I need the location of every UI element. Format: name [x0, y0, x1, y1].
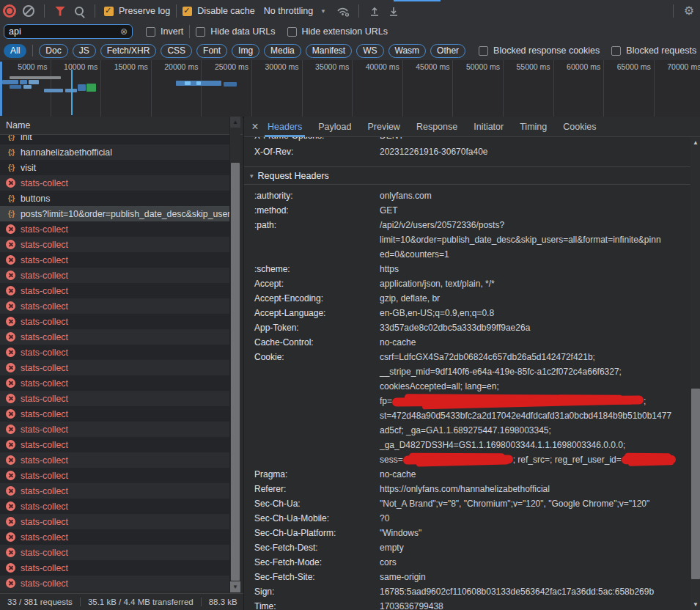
- request-name: init: [21, 135, 32, 142]
- header-value-line: ?0: [380, 511, 682, 526]
- record-button[interactable]: [0, 1, 19, 21]
- request-row[interactable]: stats-collect: [0, 221, 229, 237]
- filter-pill-wasm[interactable]: Wasm: [388, 44, 427, 58]
- preserve-log-checkbox[interactable]: Preserve log: [104, 6, 170, 16]
- request-row[interactable]: stats-collect: [0, 391, 229, 406]
- request-row[interactable]: {:}buttons: [0, 191, 229, 206]
- settings-button[interactable]: ⚙: [679, 1, 699, 21]
- request-row[interactable]: stats-collect: [0, 298, 229, 314]
- blocked-requests-checkbox[interactable]: Blocked requests: [611, 45, 696, 56]
- clear-filter-icon[interactable]: ⊗: [120, 27, 128, 36]
- filter-pill-ws[interactable]: WS: [356, 44, 383, 58]
- request-row[interactable]: stats-collect: [0, 314, 229, 329]
- waterfall-bar: [10, 85, 21, 89]
- request-row[interactable]: stats-collect: [0, 437, 229, 452]
- request-row[interactable]: stats-collect: [0, 422, 229, 437]
- request-row[interactable]: stats-collect: [0, 375, 229, 391]
- tab-preview[interactable]: Preview: [366, 117, 401, 137]
- overview-left-handle[interactable]: [0, 62, 2, 116]
- request-row[interactable]: stats-collect: [0, 452, 229, 468]
- request-row[interactable]: stats-collect: [0, 360, 229, 375]
- clear-button[interactable]: [19, 1, 38, 21]
- request-row[interactable]: stats-collect: [0, 406, 229, 422]
- tab-initiator[interactable]: Initiator: [472, 117, 505, 137]
- filter-pill-img[interactable]: Img: [232, 44, 259, 58]
- waterfall-bar: [29, 80, 39, 84]
- request-row[interactable]: {:}hannahelizabethofficial: [0, 144, 229, 160]
- request-row[interactable]: stats-collect: [0, 283, 229, 298]
- scroll-down-icon[interactable]: ▼: [230, 581, 240, 592]
- request-row[interactable]: stats-collect: [0, 483, 229, 499]
- scrollbar-thumb[interactable]: [231, 163, 240, 581]
- header-name: Sec-Fetch-Site:: [244, 570, 380, 584]
- request-name: stats-collect: [21, 517, 68, 527]
- request-row[interactable]: stats-collect: [0, 329, 229, 345]
- header-value-text: en-GB,en-US;q=0.9,en;q=0.8: [380, 308, 494, 318]
- top-blue-strip: [394, 0, 441, 1]
- request-row[interactable]: stats-collect: [0, 576, 229, 591]
- request-row[interactable]: stats-collect: [0, 529, 229, 545]
- filter-pill-css[interactable]: CSS: [161, 44, 192, 58]
- scroll-down-icon[interactable]: ▼: [690, 599, 700, 610]
- waterfall-bar: [2, 80, 18, 84]
- filter-pill-media[interactable]: Media: [264, 44, 301, 58]
- tab-cookies[interactable]: Cookies: [561, 117, 597, 137]
- scroll-up-icon[interactable]: ▲: [230, 117, 240, 128]
- header-value-line: "Windows": [380, 526, 682, 540]
- request-row[interactable]: stats-collect: [0, 237, 229, 252]
- request-list-scrollbar[interactable]: ▲ ▼: [229, 117, 240, 592]
- filter-toggle-button[interactable]: [51, 1, 70, 21]
- request-row[interactable]: stats-collect: [0, 468, 229, 483]
- error-icon: [6, 471, 15, 480]
- request-header-row: Time:1703636799438: [244, 599, 700, 610]
- tab-response[interactable]: Response: [415, 117, 459, 137]
- request-row[interactable]: stats-collect: [0, 545, 229, 560]
- filter-pill-manifest[interactable]: Manifest: [306, 44, 352, 58]
- invert-checkbox[interactable]: Invert: [146, 26, 183, 37]
- filter-pill-doc[interactable]: Doc: [39, 44, 67, 58]
- network-overview-timeline[interactable]: 5000 ms10000 ms15000 ms20000 ms25000 ms3…: [0, 60, 700, 118]
- blocked-response-cookies-checkbox[interactable]: Blocked response cookies: [479, 45, 600, 56]
- request-row[interactable]: stats-collect: [0, 175, 229, 191]
- scrollbar-thumb[interactable]: [691, 389, 700, 579]
- import-har-button[interactable]: [365, 1, 384, 21]
- header-value-text: ;: [644, 396, 646, 406]
- request-row[interactable]: stats-collect: [0, 345, 229, 360]
- request-row[interactable]: {:}posts?limit=10&order=publish_date_des…: [0, 206, 229, 221]
- request-row[interactable]: stats-collect: [0, 252, 229, 268]
- filter-pill-font[interactable]: Font: [196, 44, 227, 58]
- header-name: App-Token:: [244, 320, 380, 335]
- name-column-header[interactable]: Name: [0, 117, 243, 135]
- export-har-button[interactable]: [384, 1, 403, 21]
- filter-input[interactable]: api ⊗: [4, 24, 133, 39]
- tab-headers[interactable]: Headers: [266, 117, 303, 137]
- tab-payload[interactable]: Payload: [317, 117, 353, 137]
- request-row[interactable]: {:}visit: [0, 160, 229, 175]
- request-row[interactable]: stats-collect: [0, 560, 229, 576]
- details-scrollbar[interactable]: ▲ ▼: [690, 137, 700, 610]
- redaction-scribble: [392, 396, 644, 407]
- network-conditions-button[interactable]: [334, 1, 353, 21]
- header-value-line: cookiesAccepted=all; lang=en;: [380, 379, 682, 394]
- request-row[interactable]: stats-collect: [0, 499, 229, 514]
- hide-data-urls-checkbox[interactable]: Hide data URLs: [196, 26, 275, 37]
- disable-cache-checkbox[interactable]: Disable cache: [183, 6, 255, 16]
- header-name: Sec-Ch-Ua-Mobile:: [244, 511, 380, 526]
- filter-pill-other[interactable]: Other: [430, 44, 465, 58]
- request-row[interactable]: {:}init: [0, 135, 229, 144]
- request-list: {:}init{:}hannahelizabethofficial{:}visi…: [0, 135, 229, 593]
- request-name: visit: [21, 163, 36, 173]
- filter-pill-js[interactable]: JS: [73, 44, 96, 58]
- request-headers-section-header[interactable]: ▾ Request Headers: [244, 166, 700, 185]
- tab-timing[interactable]: Timing: [518, 117, 548, 137]
- request-header-row: Sign:16785:5aad9602cf110608b03133de56364…: [244, 584, 700, 599]
- throttling-dropdown[interactable]: No throttling ▼: [264, 6, 326, 16]
- close-icon[interactable]: ×: [244, 117, 266, 137]
- error-icon: [6, 178, 15, 188]
- filter-pill-fetch-xhr[interactable]: Fetch/XHR: [100, 44, 157, 58]
- hide-extension-urls-checkbox[interactable]: Hide extension URLs: [287, 26, 388, 37]
- search-button[interactable]: [70, 1, 89, 21]
- filter-pill-all[interactable]: All: [4, 44, 26, 58]
- request-row[interactable]: stats-collect: [0, 514, 229, 529]
- request-row[interactable]: stats-collect: [0, 268, 229, 283]
